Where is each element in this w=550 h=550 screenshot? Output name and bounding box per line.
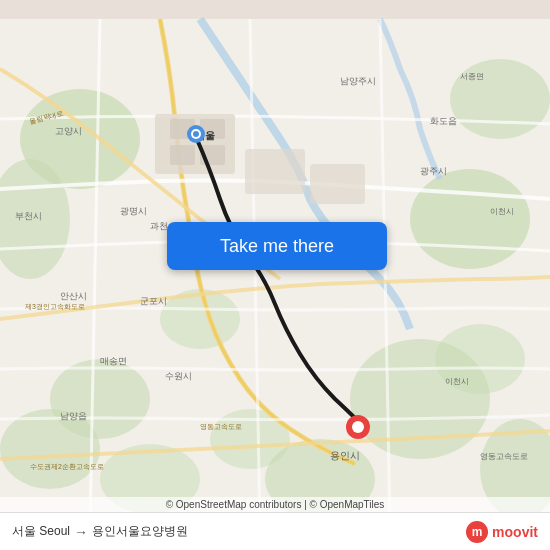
svg-text:서종면: 서종면 (460, 72, 484, 81)
origin-label: 서울 Seoul (12, 523, 70, 540)
svg-text:이천시: 이천시 (445, 377, 469, 386)
svg-text:남양읍: 남양읍 (60, 411, 87, 421)
map-container: 고양시 부천시 광명시 남양주시 화도읍 서종면 광주시 이천시 서울 과천시 … (0, 0, 550, 550)
svg-rect-20 (310, 164, 365, 204)
svg-text:용인시: 용인시 (330, 450, 360, 461)
route-info: 서울 Seoul → 용인서울요양병원 (12, 523, 188, 540)
svg-point-44 (352, 421, 364, 433)
moovit-logo: m moovit (466, 521, 538, 543)
svg-rect-19 (245, 149, 305, 194)
svg-rect-17 (170, 145, 195, 165)
svg-text:고양시: 고양시 (55, 126, 82, 136)
svg-text:매송면: 매송면 (100, 356, 127, 366)
svg-text:수원시: 수원시 (165, 371, 192, 381)
svg-text:영동고속도로: 영동고속도로 (200, 423, 242, 431)
svg-text:남양주시: 남양주시 (340, 76, 376, 86)
map-attribution: © OpenStreetMap contributors | © OpenMap… (0, 497, 550, 512)
take-me-there-button[interactable]: Take me there (167, 222, 387, 270)
svg-text:광주시: 광주시 (420, 166, 447, 176)
svg-text:제3경인고속화도로: 제3경인고속화도로 (25, 303, 85, 311)
svg-text:군포시: 군포시 (140, 296, 167, 306)
moovit-icon: m (466, 521, 488, 543)
destination-label: 용인서울요양병원 (92, 523, 188, 540)
svg-text:광명시: 광명시 (120, 206, 147, 216)
map-background: 고양시 부천시 광명시 남양주시 화도읍 서종면 광주시 이천시 서울 과천시 … (0, 0, 550, 550)
svg-text:부천시: 부천시 (15, 211, 42, 221)
svg-text:화도읍: 화도읍 (430, 116, 457, 126)
bottom-bar: 서울 Seoul → 용인서울요양병원 m moovit (0, 512, 550, 550)
svg-text:이천시: 이천시 (490, 207, 514, 216)
svg-text:수도권제2순환고속도로: 수도권제2순환고속도로 (30, 463, 104, 471)
svg-point-4 (410, 169, 530, 269)
svg-point-3 (450, 59, 550, 139)
route-arrow: → (74, 524, 88, 540)
svg-text:영동고속도로: 영동고속도로 (480, 452, 528, 461)
moovit-name: moovit (492, 524, 538, 540)
svg-point-11 (0, 409, 100, 489)
svg-text:안산시: 안산시 (60, 291, 87, 301)
svg-point-47 (193, 131, 199, 137)
